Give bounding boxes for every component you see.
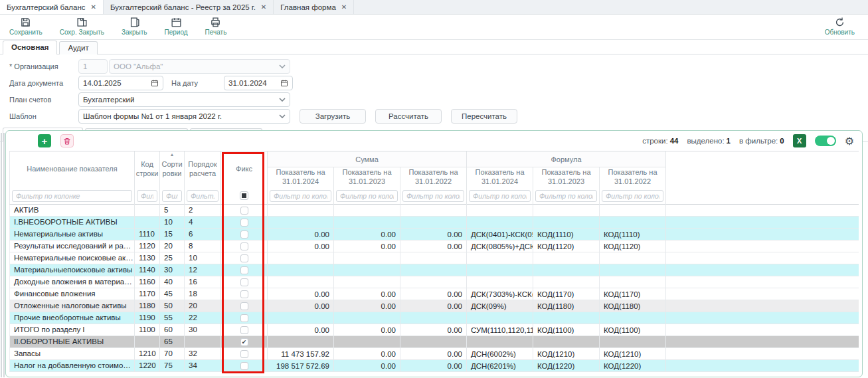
table-row[interactable]: Прочие внеоборотные активы11905522 [9, 312, 859, 324]
fix-checkbox[interactable]: ✔ [240, 338, 248, 346]
cell-sort: 70 [160, 348, 185, 360]
fix-checkbox[interactable] [240, 314, 248, 322]
cell-name: I.ВНЕОБОРОТНЫЕ АКТИВЫ [10, 217, 135, 229]
table-row[interactable]: Отложенные налоговые активы118050200.000… [9, 300, 859, 312]
cell-formula-1: КОД(1100) [533, 324, 600, 336]
cell-formula-0: ДСК(7303%)-КСК(73... [467, 288, 533, 300]
fix-checkbox[interactable] [240, 266, 248, 274]
table-row[interactable]: Запасы1210703211 473 157.920.000.00ДСН(6… [9, 348, 859, 360]
cell-fix [221, 324, 268, 336]
cell-formula-1 [533, 205, 600, 217]
fix-checkbox[interactable] [240, 278, 248, 286]
gear-icon[interactable]: ⚙ [845, 135, 854, 147]
window-tab-main-form[interactable]: Главная форма ✕ [274, 0, 354, 14]
cell-name: Финансовые вложения [10, 288, 135, 300]
fix-checkbox[interactable] [240, 290, 248, 298]
save-button[interactable]: Сохранить [9, 17, 43, 36]
fix-checkbox[interactable] [240, 326, 248, 334]
fix-checkbox[interactable] [240, 242, 248, 250]
tab-close-icon[interactable]: ✕ [261, 3, 266, 11]
cell-formula-2 [600, 336, 666, 348]
left-splitter[interactable] [1, 133, 5, 377]
recalc-button[interactable]: Пересчитать [451, 109, 517, 124]
col-header-name[interactable]: Наименование показателя [10, 151, 135, 187]
cell-empty [666, 300, 859, 312]
table-row[interactable]: Финансовые вложения117045180.000.000.00Д… [9, 288, 859, 300]
refresh-button[interactable]: Обновить [825, 17, 855, 36]
excel-icon: X [797, 137, 802, 145]
excel-export-button[interactable]: X [793, 134, 806, 147]
close-button[interactable]: Закрыть [122, 17, 147, 36]
save-close-button[interactable]: Сохр. Закрыть [60, 17, 104, 36]
table-row[interactable]: Материальныепоисковые активы11403012 [9, 264, 859, 276]
filter-sum-2023-input[interactable] [336, 190, 398, 202]
filter-sort-input[interactable] [162, 190, 182, 202]
cell-sum-2 [400, 217, 467, 229]
fix-checkbox[interactable] [240, 207, 248, 215]
color-toggle[interactable] [815, 136, 836, 146]
org-select[interactable]: ООО "Альфа" [109, 59, 290, 74]
col-header-sum-2022[interactable]: Показатель на 31.01.2022 [400, 167, 467, 187]
table-row[interactable]: Доходные вложения в материальные ц...116… [9, 276, 859, 288]
filter-name-input[interactable] [12, 190, 132, 202]
fix-checkbox[interactable] [240, 231, 248, 238]
col-header-formula-2023[interactable]: Показатель на 31.01.2023 [533, 167, 600, 187]
cell-sort: 50 [160, 300, 185, 312]
cell-sum-0 [268, 205, 334, 217]
chart-select[interactable]: Бухгалтерский [78, 92, 290, 107]
cell-fix [221, 360, 268, 372]
tab-main[interactable]: Основная [3, 41, 57, 54]
tab-close-icon[interactable]: ✕ [341, 3, 347, 11]
cell-sort: 15 [160, 229, 185, 240]
table-row[interactable]: Налог на добавленную стоимость по пр...1… [9, 360, 859, 372]
filter-formula-2024-input[interactable] [469, 190, 531, 202]
cell-formula-1 [533, 312, 600, 324]
col-header-sum-2024[interactable]: Показатель на 31.01.2024 [268, 167, 334, 187]
cell-code: 1220 [135, 360, 160, 372]
filter-formula-2022-input[interactable] [602, 190, 663, 202]
table-row[interactable]: I.ВНЕОБОРОТНЫЕ АКТИВЫ104 [9, 217, 859, 229]
period-button[interactable]: Период [165, 17, 188, 36]
col-header-order[interactable]: Порядок расчета [185, 151, 221, 187]
col-header-sum-2023[interactable]: Показатель на 31.01.2023 [334, 167, 400, 187]
cell-formula-0 [467, 205, 533, 217]
window-tab-registry[interactable]: Бухгалтерский баланс - Реестр за 2025 г.… [104, 0, 274, 14]
table-row[interactable]: АКТИВ52 [9, 205, 859, 217]
col-header-fix[interactable]: Фикс [221, 151, 268, 187]
window-tab-balance[interactable]: Бухгалтерский баланс ✕ [0, 0, 104, 14]
cell-formula-0 [467, 336, 533, 348]
fix-checkbox[interactable] [240, 302, 248, 310]
print-button[interactable]: Печать [205, 17, 227, 36]
filter-code-input[interactable] [137, 190, 157, 202]
calc-button[interactable]: Рассчитать [375, 109, 442, 124]
grid-status: строки:44 выделено:1 в фильтре:0 X ⚙ [642, 134, 854, 147]
table-row[interactable]: Результаты исследований и разработок1120… [9, 240, 859, 252]
fix-checkbox[interactable] [240, 254, 248, 262]
fix-checkbox[interactable] [240, 219, 248, 227]
table-row[interactable]: Нематериальные активы11101560.000.000.00… [9, 229, 859, 240]
col-header-formula-2022[interactable]: Показатель на 31.01.2022 [600, 167, 666, 187]
filter-formula-2023-input[interactable] [535, 190, 597, 202]
table-row[interactable]: ИТОГО по разделу I110060300.000.000.00СУ… [9, 324, 859, 336]
cell-fix [221, 205, 268, 217]
table-row[interactable]: Нематериальные поисковые активы11302510 [9, 252, 859, 264]
filter-sum-2024-input[interactable] [270, 190, 331, 202]
add-row-button[interactable]: + [38, 134, 51, 147]
filter-sum-2022-input[interactable] [402, 190, 464, 202]
fix-filter-checkbox[interactable] [240, 191, 248, 200]
fix-checkbox[interactable] [240, 350, 248, 358]
tab-audit[interactable]: Аудит [59, 41, 97, 54]
col-header-formula-2024[interactable]: Показатель на 31.01.2024 [467, 167, 533, 187]
col-header-code[interactable]: Код строки [135, 151, 160, 187]
tab-close-icon[interactable]: ✕ [91, 3, 96, 11]
doc-date-field[interactable]: 14.01.2025 [78, 76, 163, 90]
fix-checkbox[interactable] [240, 362, 248, 370]
org-code-field[interactable]: 1 [78, 59, 108, 74]
load-button[interactable]: Загрузить [300, 109, 366, 124]
on-date-field[interactable]: 31.01.2024 [224, 76, 293, 90]
table-row[interactable]: II.ОБОРОТНЫЕ АКТИВЫ65✔ [9, 336, 859, 348]
template-select[interactable]: Шаблон формы №1 от 1 января 2022 г. [78, 109, 290, 124]
filter-order-input[interactable] [187, 190, 218, 202]
delete-row-button[interactable] [60, 134, 74, 147]
col-header-sort[interactable]: ▲Сорти ровки [160, 151, 185, 187]
